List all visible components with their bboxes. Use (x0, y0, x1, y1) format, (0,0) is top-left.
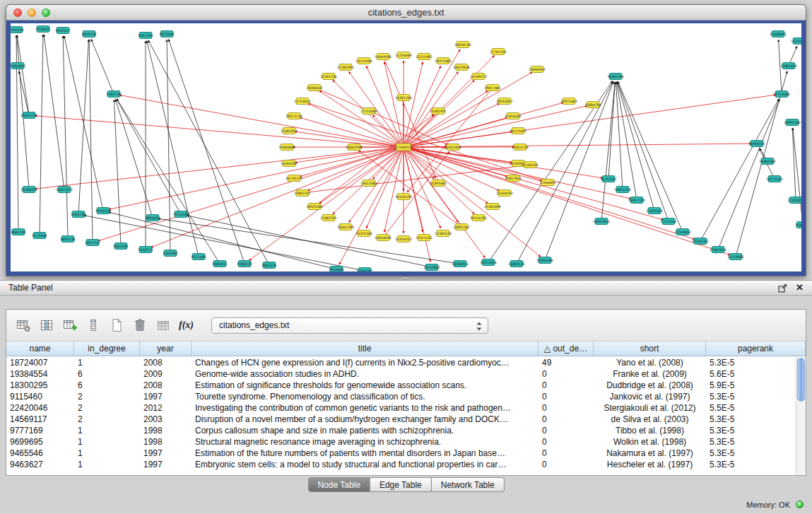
graph-node[interactable]: 29017465 (484, 85, 500, 91)
graph-node[interactable]: 9342017 (56, 28, 71, 34)
table-row[interactable]: 1872400712008Changes of HCN gene express… (6, 357, 796, 368)
graph-node[interactable]: 9245012 (796, 222, 801, 228)
graph-node[interactable]: 15958231 (748, 141, 765, 147)
graph-node[interactable]: 9673450 (160, 31, 175, 37)
graph-node[interactable]: 16465784 (607, 74, 623, 80)
graph-node[interactable]: 12201236 (320, 74, 336, 80)
graph-node[interactable]: 8603749 (11, 229, 26, 235)
graph-node[interactable]: 16692615 (593, 218, 609, 225)
zoom-window-button[interactable] (42, 8, 50, 17)
graph-node[interactable]: 19404068 (278, 144, 295, 151)
graph-node[interactable]: 18042953 (346, 144, 362, 151)
table-row[interactable]: 2242004622012Investigating the contribut… (6, 402, 796, 414)
graph-node[interactable]: 13881659 (780, 63, 796, 69)
graph-node[interactable]: 9590123 (237, 261, 252, 267)
network-canvas[interactable]: 1724092115124584166495981125464912215987… (11, 23, 801, 271)
graph-node[interactable]: 16381204 (395, 95, 411, 101)
function-builder-button[interactable]: f(x) (177, 316, 196, 335)
graph-node[interactable]: 16805218 (614, 187, 630, 193)
graph-node[interactable]: 11544091 (539, 180, 555, 186)
graph-node[interactable]: 17131541 (660, 218, 676, 225)
column-header-title[interactable]: title (192, 341, 539, 356)
graph-node[interactable]: 12160159 (522, 162, 538, 168)
graph-node[interactable]: 30673139 (286, 113, 302, 119)
window-titlebar[interactable]: citations_edges.txt (6, 5, 806, 21)
graph-node[interactable]: 9156320 (11, 27, 23, 33)
graph-node[interactable]: 9715342 (174, 211, 189, 218)
graph-node[interactable]: 9264381 (163, 250, 178, 257)
float-panel-icon[interactable] (778, 284, 787, 293)
column-header-year[interactable]: year (140, 341, 192, 356)
column-header-in-degree[interactable]: in_degree (74, 341, 140, 356)
graph-node[interactable]: 17103871 (787, 197, 801, 204)
graph-node[interactable]: 9934560 (329, 267, 344, 272)
graph-node[interactable]: 16649598 (375, 54, 391, 60)
minimize-window-button[interactable] (28, 8, 36, 17)
table-row[interactable]: 977716911998Corpus callosum shape and si… (6, 425, 796, 436)
graph-node[interactable]: 15124584 (355, 58, 372, 64)
scrollbar-thumb[interactable] (797, 358, 805, 402)
graph-node[interactable]: 16019638 (453, 64, 469, 71)
graph-node[interactable]: 9371490 (192, 254, 206, 260)
close-window-button[interactable] (13, 8, 22, 17)
graph-node[interactable]: 8825134 (61, 236, 76, 243)
graph-node[interactable]: 20154782 (470, 215, 486, 221)
graph-node[interactable]: 13354212 (395, 236, 411, 243)
delete-row-icon[interactable] (130, 316, 149, 335)
graph-node[interactable]: 17355763 (692, 238, 708, 245)
graph-node[interactable]: 20104538 (395, 194, 411, 200)
graph-node[interactable]: 15225346 (355, 230, 372, 237)
graph-node[interactable]: 17240921 (395, 144, 411, 151)
graph-node[interactable]: 10260913 (452, 261, 468, 267)
graph-node[interactable]: 25260553 (20, 187, 37, 193)
graph-node[interactable]: 10483135 (508, 261, 524, 267)
graph-node[interactable]: 14995760 (784, 119, 800, 126)
graph-node[interactable]: 17285993 (337, 64, 353, 71)
graph-node[interactable]: 9043162 (114, 243, 129, 250)
graph-node[interactable]: 10372024 (480, 259, 496, 266)
graph-node[interactable]: 15582931 (430, 108, 446, 115)
graph-node[interactable]: 18630745 (454, 42, 471, 48)
graph-node[interactable]: 10973483 (435, 58, 451, 64)
graph-node[interactable]: 28163057 (496, 98, 512, 105)
graph-node[interactable]: 12471525 (416, 235, 432, 241)
graph-node[interactable]: 11058493 (770, 31, 786, 37)
graph-node[interactable]: 8712940 (33, 233, 47, 239)
table-row[interactable]: 1938455462009Genome-wide association stu… (6, 368, 796, 380)
graph-node[interactable]: 9820451 (146, 215, 160, 221)
graph-node[interactable]: 16065342 (759, 158, 775, 165)
graph-node[interactable]: 10975463 (560, 98, 577, 105)
graph-node[interactable]: 19862357 (294, 190, 310, 197)
graph-node[interactable]: 12215987 (416, 54, 432, 60)
graph-node[interactable]: 9603234 (262, 262, 277, 269)
graph-node[interactable]: 25014728 (512, 144, 528, 151)
delete-column-icon[interactable] (83, 316, 102, 335)
graph-node[interactable]: 10046791 (356, 268, 372, 272)
graph-node[interactable]: 19013482 (360, 180, 377, 187)
graph-node[interactable]: 9505138 (71, 211, 86, 218)
column-header-name[interactable]: name (6, 341, 74, 356)
graph-node[interactable]: 15548273 (470, 74, 486, 80)
graph-node[interactable]: 27054182 (505, 113, 521, 119)
table-row[interactable]: 1456911722003Disruption of a novel membe… (6, 414, 796, 425)
graph-node[interactable]: 17467874 (710, 247, 726, 253)
import-table-icon[interactable] (153, 316, 172, 335)
new-column-icon[interactable] (60, 316, 79, 335)
graph-node[interactable]: 9561294 (139, 33, 153, 39)
graph-node[interactable]: 14850942 (529, 66, 545, 73)
graph-node[interactable]: 14204269 (281, 160, 297, 167)
network-graph[interactable]: 1724092115124584166495981125464912215987… (11, 23, 801, 271)
graph-node[interactable]: 17082391 (320, 215, 336, 221)
graph-node[interactable]: 16793107 (600, 176, 616, 182)
tab-edge-table[interactable]: Edge Table (370, 477, 432, 492)
tab-node-table[interactable]: Node Table (307, 477, 370, 492)
graph-node[interactable]: 21093465 (430, 180, 446, 187)
graph-node[interactable]: 16917329 (628, 197, 645, 204)
graph-node[interactable]: 12774548 (773, 91, 789, 98)
graph-node[interactable]: 22051834 (445, 144, 461, 151)
graph-node[interactable]: 18925363 (306, 204, 322, 210)
graph-node[interactable]: 8937251 (86, 240, 100, 246)
graph-node[interactable]: 9453128 (82, 31, 97, 37)
graph-node[interactable]: 21081852 (281, 128, 297, 134)
graph-node[interactable]: 11254649 (395, 52, 411, 59)
